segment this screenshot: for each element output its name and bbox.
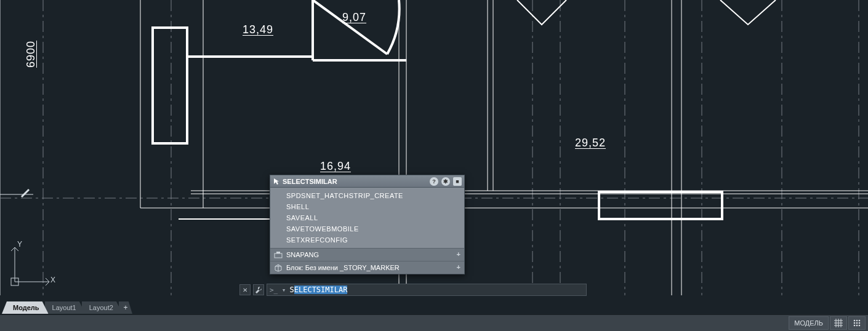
svg-point-48 — [856, 325, 858, 327]
svg-rect-33 — [275, 253, 282, 258]
command-line-row: ✕ >_ ▾ SELECTSIMILAR — [239, 284, 867, 296]
autocomplete-sysvar-label: SNAPANG — [286, 251, 319, 258]
autocomplete-sysvar-row[interactable]: SNAPANG + — [270, 248, 464, 261]
add-layout-button[interactable]: + — [119, 301, 132, 314]
command-autocomplete-popup: SELECTSIMILAR ? ✱ ■ SPDSNET_HATCHSTRIP_C… — [270, 175, 465, 274]
dimension-label: 13,49 — [243, 23, 273, 36]
svg-rect-28 — [599, 192, 722, 219]
commandline-text: SELECTSIMILAR — [290, 285, 348, 294]
svg-point-47 — [854, 325, 856, 327]
grid-display-button[interactable] — [830, 316, 847, 330]
svg-point-42 — [856, 320, 858, 322]
autocomplete-header: SELECTSIMILAR ? ✱ ■ — [270, 175, 464, 188]
expand-icon[interactable]: + — [457, 250, 460, 258]
autocomplete-block-row[interactable]: Блок: Без имени _STORY_MARKER + — [270, 261, 464, 274]
svg-point-44 — [854, 322, 856, 324]
customize-commandline-button[interactable] — [253, 284, 264, 295]
autocomplete-selected-label: SELECTSIMILAR — [283, 178, 337, 185]
layout-tabs: Модель Layout1 Layout2 + — [2, 299, 132, 314]
globe-icon[interactable]: ✱ — [441, 177, 450, 186]
ucs-y-label: Y — [17, 240, 22, 249]
svg-point-46 — [859, 322, 861, 324]
autocomplete-item[interactable]: SAVEALL — [270, 212, 464, 223]
svg-line-26 — [313, 0, 387, 54]
grid-icon — [834, 319, 843, 327]
dimension-label: 9,07 — [342, 11, 366, 24]
wrench-icon — [255, 286, 262, 293]
svg-point-49 — [859, 325, 861, 327]
status-bar: МОДЕЛЬ — [0, 314, 868, 331]
commandline-prompt-icon: >_ ▾ — [270, 286, 286, 294]
tab-model[interactable]: Модель — [2, 301, 49, 314]
autocomplete-item[interactable]: SETXREFCONFIG — [270, 234, 464, 245]
svg-point-43 — [859, 320, 861, 322]
help-icon[interactable]: ? — [430, 177, 438, 186]
sysvar-icon — [274, 250, 283, 259]
cursor-icon — [273, 178, 280, 185]
svg-point-45 — [856, 322, 858, 324]
tab-layout1[interactable]: Layout1 — [45, 301, 86, 314]
dimension-label: 29,52 — [575, 137, 606, 150]
autocomplete-item[interactable]: SHELL — [270, 201, 464, 212]
expand-icon[interactable]: + — [457, 263, 460, 271]
command-line-input[interactable]: >_ ▾ SELECTSIMILAR — [267, 284, 587, 296]
snap-mode-button[interactable] — [848, 316, 866, 330]
dimension-label: 6900 — [25, 41, 38, 68]
autocomplete-list: SPDSNET_HATCHSTRIP_CREATE SHELL SAVEALL … — [270, 188, 464, 248]
autocomplete-block-label: Блок: Без имени _STORY_MARKER — [286, 264, 400, 271]
svg-rect-23 — [153, 28, 187, 143]
tab-layout2[interactable]: Layout2 — [82, 301, 123, 314]
svg-rect-34 — [276, 252, 280, 253]
autocomplete-item[interactable]: SPDSNET_HATCHSTRIP_CREATE — [270, 190, 464, 201]
dimension-label: 16,94 — [320, 160, 351, 173]
svg-point-41 — [854, 320, 856, 322]
snap-icon — [853, 319, 861, 327]
stop-icon[interactable]: ■ — [453, 177, 462, 186]
ucs-x-label: X — [50, 276, 55, 284]
autocomplete-item[interactable]: SAVETOWEBMOBILE — [270, 223, 464, 234]
model-space-button[interactable]: МОДЕЛЬ — [789, 316, 829, 330]
close-commandline-button[interactable]: ✕ — [239, 284, 251, 295]
block-icon — [274, 263, 283, 272]
footer: Модель Layout1 Layout2 + МОДЕЛЬ — [0, 295, 868, 331]
svg-line-2 — [22, 189, 29, 197]
